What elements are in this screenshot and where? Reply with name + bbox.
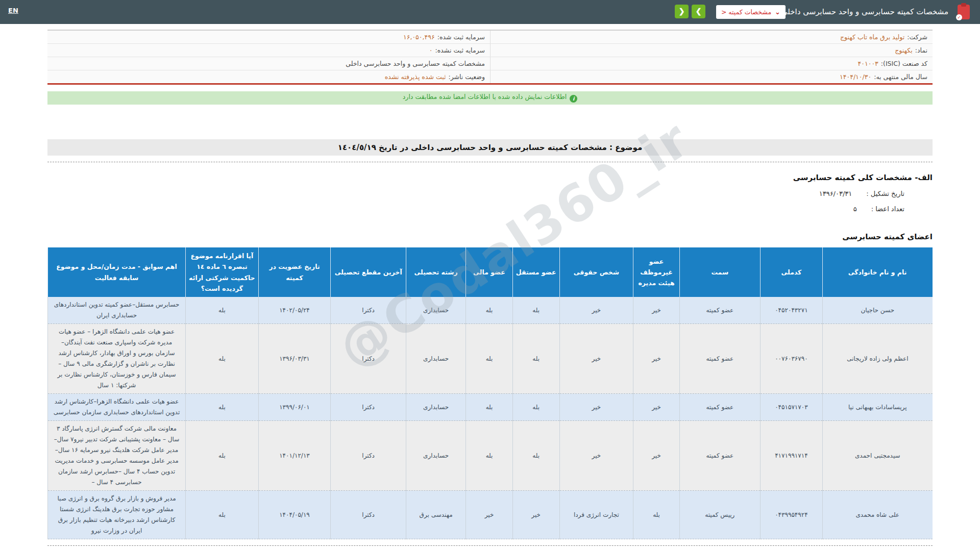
member-cell: بله — [512, 297, 559, 324]
info-cell: نماد:بکهنوج — [490, 44, 933, 57]
info-cell: مشخصات کمیته حسابرسی و واحد حسابرسی داخل… — [47, 57, 490, 70]
section-a-heading: الف- مشخصات کلی کمیته حسابرسی — [47, 173, 933, 182]
company-info-row: نماد:بکهنوجسرمایه ثبت نشده:۰ — [47, 44, 933, 57]
info-value: ۴۰۱۰۰۳ — [858, 60, 878, 67]
info-cell: سرمایه ثبت نشده:۰ — [47, 44, 490, 57]
dashed-divider — [47, 545, 933, 546]
prev-report-button[interactable]: ❮ — [675, 5, 689, 18]
member-cell: بله — [186, 394, 259, 421]
chevron-down-icon: ⌄ — [775, 10, 780, 15]
member-cell: اعظم ولی زاده لاریجانی — [823, 324, 933, 394]
member-cell: ۱۴۰۴/۰۵/۱۹ — [258, 491, 331, 539]
member-cell: مهندسی برق — [406, 491, 466, 539]
column-header: سمت — [679, 247, 760, 297]
member-cell: خیر — [633, 297, 680, 324]
info-label: وضعیت ناشر: — [448, 73, 485, 81]
info-label: سرمایه ثبت شده: — [437, 33, 485, 41]
committee-members-table: نام و نام خانوادگیکدملیسمتعضو غیرموظف هی… — [47, 247, 933, 539]
member-cell: دکترا — [331, 394, 406, 421]
member-cell: ۱۳۹۶/۰۳/۳۱ — [258, 324, 331, 394]
member-cell: ۰۴۳۹۹۵۴۹۲۴ — [760, 491, 822, 539]
member-cell: بله — [512, 421, 559, 491]
members-table-header-row: نام و نام خانوادگیکدملیسمتعضو غیرموظف هی… — [48, 247, 933, 297]
signature-match-notice: iاطلاعات نمایش داده شده با اطلاعات امضا … — [47, 91, 933, 105]
column-header: اهم سوابق - مدت زمان/محل و موضوع سابقه ف… — [48, 247, 186, 297]
column-header: کدملی — [760, 247, 822, 297]
member-cell: بله — [186, 421, 259, 491]
member-cell: دکترا — [331, 491, 406, 539]
info-cell: کد صنعت (ISIC):۴۰۱۰۰۳ — [490, 57, 933, 70]
notice-text: اطلاعات نمایش داده شده با اطلاعات امضا ش… — [403, 93, 567, 101]
column-header: آیا اقرارنامه موضوع تبصره ٦ ماده ١٤ حاکم… — [186, 247, 259, 297]
member-cell: علی شاه محمدی — [823, 491, 933, 539]
info-value: تولید برق ماه تاب کهنوج — [840, 33, 904, 41]
company-info-row: کد صنعت (ISIC):۴۰۱۰۰۳مشخصات کمیته حسابرس… — [47, 57, 933, 70]
member-cell: بله — [512, 394, 559, 421]
member-cell: بله — [466, 394, 513, 421]
member-cell: بله — [186, 324, 259, 394]
column-header: عضو غیرموظف هیئت مدیره — [633, 247, 680, 297]
info-cell: وضعیت ناشر:ثبت شده پذیرفته نشده — [47, 70, 490, 83]
member-cell: سیدمجتبی احمدی — [823, 421, 933, 491]
info-label: سرمایه ثبت نشده: — [435, 46, 485, 54]
info-cell: سال مالی منتهی به:۱۴۰۴/۱۰/۳۰ — [490, 70, 933, 83]
company-info-row: سال مالی منتهی به:۱۴۰۴/۱۰/۳۰وضعیت ناشر:ث… — [47, 70, 933, 83]
member-cell: دکترا — [331, 324, 406, 394]
info-label: شرکت: — [907, 33, 927, 41]
member-cell: بله — [466, 421, 513, 491]
member-cell: بله — [633, 491, 680, 539]
members-table-heading: اعضای کمیته حسابرسی — [47, 232, 933, 241]
member-row: پریساسادات بهبهانی نیا۰۴۵۱۵۷۱۷۰۳عضو کمیت… — [48, 394, 933, 421]
member-cell: ۱۴۰۱/۱۲/۱۳ — [258, 421, 331, 491]
member-cell: خیر — [559, 324, 633, 394]
language-switch-en[interactable]: EN — [8, 7, 18, 14]
member-cell: خیر — [559, 421, 633, 491]
page-title: مشخصات کمیته حسابرسی و واحد حسابرسی داخل… — [781, 7, 948, 16]
company-info-row: شرکت:تولید برق ماه تاب کهنوجسرمایه ثبت ش… — [47, 31, 933, 44]
report-dropdown-label: مشخصات کمیته < — [721, 8, 771, 16]
column-header: عضو مستقل — [512, 247, 559, 297]
info-icon: i — [570, 95, 577, 103]
info-label: سال مالی منتهی به: — [874, 73, 927, 81]
next-report-button[interactable]: ❯ — [692, 5, 705, 18]
column-header: تاریخ عضویت در کمیته — [258, 247, 331, 297]
member-cell: خیر — [633, 394, 680, 421]
member-cell: ۰۴۵۱۵۷۱۷۰۳ — [760, 394, 822, 421]
info-label: مشخصات کمیته حسابرسی و واحد حسابرسی داخل… — [346, 60, 485, 67]
report-section-dropdown[interactable]: ⌄ مشخصات کمیته < — [716, 5, 786, 19]
info-value: ثبت شده پذیرفته نشده — [385, 73, 446, 81]
info-value: ۰ — [429, 46, 433, 54]
info-cell: شرکت:تولید برق ماه تاب کهنوج — [490, 31, 933, 43]
dashed-divider — [47, 162, 933, 162]
member-cell: حسن حاجیان — [823, 297, 933, 324]
member-cell: عضو کمیته — [679, 394, 760, 421]
member-cell: ۴۱۷۱۹۹۱۷۱۴ — [760, 421, 822, 491]
info-value: بکهنوج — [895, 46, 912, 54]
info-label: نماد: — [915, 46, 927, 54]
member-cell: تجارت انرژی فردا — [559, 491, 633, 539]
member-row: حسن حاجیان۰۴۵۲۰۴۳۲۷۱عضو کمیتهخیرخیربلهبل… — [48, 297, 933, 324]
member-cell: خیر — [466, 491, 513, 539]
member-cell: حسابداری — [406, 421, 466, 491]
member-cell: حسابداری — [406, 324, 466, 394]
member-cell: عضو کمیته — [679, 421, 760, 491]
committee-formation-date: تاریخ تشکیل :۱۳۹۶/۰۳/۳۱ — [47, 190, 933, 197]
field-label: تاریخ تشکیل : — [866, 190, 904, 197]
member-cell: خیر — [633, 324, 680, 394]
member-cell: خیر — [633, 421, 680, 491]
member-cell: ۰۰۷۶۰۳۶۷۹۰ — [760, 324, 822, 394]
member-cell: بله — [186, 491, 259, 539]
member-cell: عضو هیات علمی دانشگاه الزهرا–کارشناس ارش… — [48, 394, 186, 421]
member-cell: حسابرس مستقل–عضو کمیته تدوین استانداردها… — [48, 297, 186, 324]
member-cell: ۰۴۵۲۰۴۳۲۷۱ — [760, 297, 822, 324]
field-value: ۵ — [853, 205, 857, 213]
member-cell: ۱۳۹۹/۰۶/۰۱ — [258, 394, 331, 421]
company-info-table: شرکت:تولید برق ماه تاب کهنوجسرمایه ثبت ش… — [47, 30, 933, 85]
member-row: علی شاه محمدی۰۴۳۹۹۵۴۹۲۴رییس کمیتهبلهتجار… — [48, 491, 933, 539]
member-cell: معاونت مالی شرکت گسترش انرژی پاسارگاد ۳ … — [48, 421, 186, 491]
member-cell: بله — [466, 324, 513, 394]
member-cell: بله — [186, 297, 259, 324]
field-value: ۱۳۹۶/۰۳/۳۱ — [819, 190, 852, 197]
field-label: تعداد اعضا : — [871, 205, 904, 213]
member-cell: خیر — [559, 394, 633, 421]
